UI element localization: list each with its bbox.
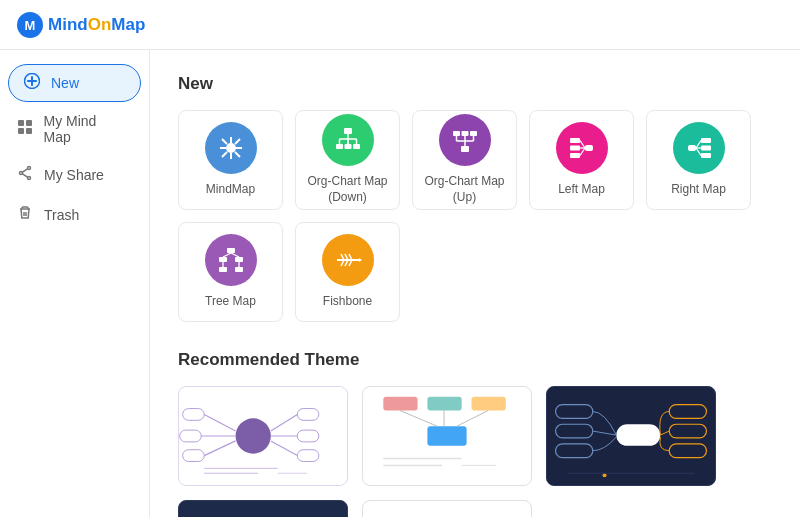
mindmap-label: MindMap bbox=[206, 182, 255, 198]
right-map-icon bbox=[673, 122, 725, 174]
sidebar-item-my-mind-map[interactable]: My Mind Map bbox=[0, 104, 141, 154]
svg-rect-6 bbox=[26, 120, 32, 126]
svg-point-9 bbox=[28, 167, 31, 170]
svg-line-12 bbox=[23, 169, 28, 172]
svg-rect-107 bbox=[669, 444, 706, 458]
svg-rect-84 bbox=[297, 430, 319, 442]
sidebar-item-my-share[interactable]: My Share bbox=[0, 156, 141, 194]
svg-rect-28 bbox=[353, 144, 360, 149]
svg-line-22 bbox=[235, 139, 240, 144]
svg-line-63 bbox=[231, 253, 239, 257]
svg-rect-25 bbox=[344, 128, 352, 134]
svg-rect-35 bbox=[453, 131, 460, 136]
trash-icon bbox=[16, 205, 34, 225]
sidebar-item-trash[interactable]: Trash bbox=[0, 196, 141, 234]
svg-rect-51 bbox=[701, 138, 711, 143]
svg-line-47 bbox=[580, 141, 585, 149]
svg-marker-73 bbox=[359, 258, 362, 262]
logo-text: MindOnMap bbox=[48, 15, 145, 35]
svg-rect-92 bbox=[427, 397, 461, 411]
svg-line-23 bbox=[222, 152, 227, 157]
svg-rect-61 bbox=[235, 267, 243, 272]
svg-line-54 bbox=[696, 141, 701, 149]
svg-line-13 bbox=[23, 174, 28, 177]
svg-rect-44 bbox=[570, 138, 580, 143]
svg-rect-78 bbox=[180, 430, 202, 442]
svg-line-21 bbox=[222, 139, 227, 144]
logo: M MindOnMap bbox=[16, 11, 145, 39]
fishbone-label: Fishbone bbox=[323, 294, 372, 310]
svg-rect-90 bbox=[427, 426, 466, 446]
map-card-tree-map[interactable]: Tree Map bbox=[178, 222, 283, 322]
theme-card-2[interactable] bbox=[362, 386, 532, 486]
svg-line-96 bbox=[457, 411, 488, 427]
sidebar-item-new[interactable]: New bbox=[8, 64, 141, 102]
org-up-label: Org-Chart Map (Up) bbox=[413, 174, 516, 205]
plus-icon bbox=[23, 73, 41, 93]
svg-rect-36 bbox=[461, 131, 468, 136]
svg-line-24 bbox=[235, 152, 240, 157]
sidebar: New My Mind Map bbox=[0, 50, 150, 517]
svg-rect-45 bbox=[570, 146, 580, 151]
svg-point-109 bbox=[603, 473, 607, 477]
map-card-org-down[interactable]: Org-Chart Map (Down) bbox=[295, 110, 400, 210]
left-map-label: Left Map bbox=[558, 182, 605, 198]
svg-rect-37 bbox=[470, 131, 477, 136]
logo-on: On bbox=[88, 15, 112, 34]
theme-card-3[interactable] bbox=[546, 386, 716, 486]
svg-rect-58 bbox=[219, 257, 227, 262]
svg-rect-5 bbox=[18, 120, 24, 126]
layout: New My Mind Map bbox=[0, 50, 800, 517]
svg-rect-34 bbox=[461, 146, 469, 152]
svg-rect-60 bbox=[219, 267, 227, 272]
share-icon bbox=[16, 165, 34, 185]
mindmap-icon bbox=[205, 122, 257, 174]
svg-line-104 bbox=[593, 431, 617, 435]
map-card-right-map[interactable]: Right Map bbox=[646, 110, 751, 210]
new-section-title: New bbox=[178, 74, 772, 94]
svg-line-62 bbox=[223, 253, 231, 257]
fishbone-icon bbox=[322, 234, 374, 286]
svg-point-74 bbox=[236, 418, 271, 453]
logo-mind: Mind bbox=[48, 15, 88, 34]
svg-text:M: M bbox=[25, 18, 36, 33]
theme-card-1[interactable] bbox=[178, 386, 348, 486]
svg-rect-50 bbox=[688, 145, 696, 151]
main-content: New bbox=[150, 50, 800, 517]
grid-icon bbox=[16, 119, 33, 139]
svg-rect-103 bbox=[556, 444, 593, 458]
logo-maptext: Map bbox=[111, 15, 145, 34]
sidebar-item-my-share-label: My Share bbox=[44, 167, 104, 183]
svg-line-81 bbox=[271, 414, 297, 431]
svg-rect-106 bbox=[669, 424, 706, 438]
map-card-fishbone[interactable]: Fishbone bbox=[295, 222, 400, 322]
map-card-org-up[interactable]: Org-Chart Map (Up) bbox=[412, 110, 517, 210]
left-map-icon bbox=[556, 122, 608, 174]
map-card-mindmap[interactable]: MindMap bbox=[178, 110, 283, 210]
svg-rect-91 bbox=[383, 397, 417, 411]
tree-map-label: Tree Map bbox=[205, 294, 256, 310]
svg-rect-26 bbox=[336, 144, 343, 149]
header: M MindOnMap bbox=[0, 0, 800, 50]
svg-rect-46 bbox=[570, 153, 580, 158]
sidebar-item-my-mind-map-label: My Mind Map bbox=[43, 113, 125, 145]
svg-line-75 bbox=[204, 414, 235, 431]
svg-line-108 bbox=[660, 431, 669, 435]
theme-grid bbox=[178, 386, 772, 517]
svg-line-49 bbox=[580, 148, 585, 156]
svg-point-11 bbox=[20, 172, 23, 175]
svg-rect-105 bbox=[669, 405, 706, 419]
svg-rect-59 bbox=[235, 257, 243, 262]
svg-rect-76 bbox=[183, 409, 205, 421]
svg-rect-102 bbox=[556, 424, 593, 438]
theme-card-4[interactable] bbox=[178, 500, 348, 517]
svg-rect-82 bbox=[297, 409, 319, 421]
map-card-left-map[interactable]: Left Map bbox=[529, 110, 634, 210]
right-map-label: Right Map bbox=[671, 182, 726, 198]
org-up-icon bbox=[439, 114, 491, 166]
svg-rect-93 bbox=[472, 397, 506, 411]
svg-line-56 bbox=[696, 148, 701, 156]
theme-card-5[interactable] bbox=[362, 500, 532, 517]
sidebar-item-trash-label: Trash bbox=[44, 207, 79, 223]
new-section: New bbox=[178, 74, 772, 322]
